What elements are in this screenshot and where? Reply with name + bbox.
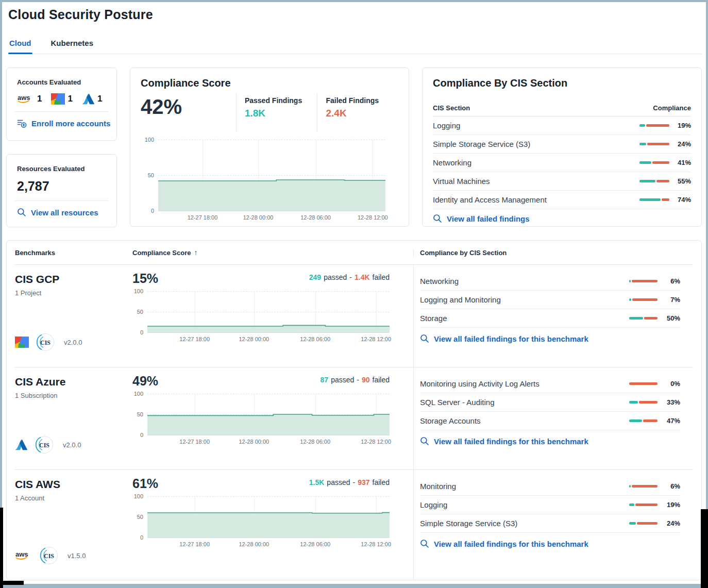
view-failed-findings-benchmark-link[interactable]: View all failed findings for this benchm… <box>420 334 680 343</box>
tab-kubernetes[interactable]: Kubernetes <box>50 36 95 54</box>
enroll-more-accounts-link[interactable]: Enroll more accounts <box>17 119 106 128</box>
benchmark-score: 49% <box>132 374 158 389</box>
screen-artifact-right <box>701 509 708 588</box>
svg-text:CIS: CIS <box>44 552 54 560</box>
section-label: Logging and Monitoring <box>420 295 629 304</box>
app-page: Cloud Security Posture Cloud Kubernetes … <box>0 0 708 580</box>
passed-count: 249 <box>309 273 321 281</box>
gcp-icon <box>15 337 29 348</box>
compliance-bar <box>639 180 669 182</box>
compliance-pct: 47% <box>658 417 680 425</box>
benchmark-scope: 1 Account <box>15 494 132 502</box>
section-label: Networking <box>420 277 629 285</box>
benchmark-scope: 1 Subscription <box>15 392 132 399</box>
cis-row-iam[interactable]: Identity and Access Management 74% <box>433 191 691 209</box>
benchmark-section-row: Monitoring using Activity Log Alerts 0% <box>420 375 680 393</box>
compliance-score-card: Compliance Score 42% Passed Findings 1.8… <box>130 68 409 227</box>
search-icon <box>420 334 429 343</box>
section-label: Monitoring <box>420 482 629 491</box>
col-cis-section: CIS Section <box>433 104 470 112</box>
search-icon <box>17 208 26 217</box>
benchmark-section-row: Logging and Monitoring 7% <box>420 291 680 309</box>
compliance-bar <box>629 419 658 422</box>
benchmark-score-chart: 10050012-27 18:0012-28 00:0012-28 06:001… <box>132 496 413 537</box>
azure-count: 1 <box>97 94 102 104</box>
benchmark-score: 61% <box>132 476 158 491</box>
compliance-bar <box>639 161 669 164</box>
azure-account-count: 1 <box>82 93 102 105</box>
col-benchmarks: Benchmarks <box>15 249 132 257</box>
col-compliance-score-sort[interactable]: Compliance Score ↑ <box>132 248 413 257</box>
benchmark-score-chart: 10050012-27 18:0012-28 00:0012-28 06:001… <box>132 394 413 435</box>
screen-artifact-left <box>0 508 3 588</box>
azure-icon <box>82 93 95 105</box>
compliance-bar <box>639 198 669 201</box>
passed-failed-summary: 1.5K passed - 937 failed <box>309 478 390 486</box>
passed-findings-value: 1.8K <box>245 108 317 119</box>
compliance-pct: 19% <box>658 501 680 509</box>
cis-logo-icon: CIS <box>40 546 58 565</box>
section-label: Simple Storage Service (S3) <box>433 140 639 148</box>
tab-bar: Cloud Kubernetes <box>8 36 702 54</box>
benchmark-version: v2.0.0 <box>64 339 82 346</box>
gcp-count: 1 <box>68 94 72 104</box>
benchmark-section-row: Simple Storage Service (S3) 24% <box>420 514 680 533</box>
sort-ascending-icon: ↑ <box>194 248 197 257</box>
benchmarks-table-header: Benchmarks Compliance Score ↑ Compliance… <box>15 241 693 265</box>
cis-logo-icon: CIS <box>35 435 54 454</box>
passed-count: 87 <box>321 376 329 384</box>
col-compliance-score-label: Compliance Score <box>132 249 191 257</box>
benchmark-row-cis-aws[interactable]: CIS AWS 1 Account aws CIS v1.5.0 61% 1.5… <box>15 470 693 580</box>
aws-icon: aws <box>15 550 32 561</box>
compliance-pct: 50% <box>658 314 680 322</box>
compliance-bar <box>629 317 658 320</box>
compliance-by-cis-section-card: Compliance By CIS Section CIS Section Co… <box>422 68 702 227</box>
passed-findings-label: Passed Findings <box>245 96 317 105</box>
section-label: Virtual Machines <box>433 177 639 186</box>
summary-cards: Accounts Evaluated aws 1 1 1 <box>6 68 702 227</box>
compliance-pct: 74% <box>669 196 691 204</box>
resources-count: 2,787 <box>17 179 106 194</box>
benchmark-scope: 1 Project <box>15 289 132 297</box>
resources-evaluated-title: Resources Evaluated <box>17 165 106 173</box>
passed-findings-metric: Passed Findings 1.8K <box>236 93 317 132</box>
tab-cloud[interactable]: Cloud <box>8 36 32 54</box>
enroll-icon <box>17 119 27 128</box>
benchmark-row-cis-gcp[interactable]: CIS GCP 1 Project CIS v2.0.0 15% 249 pas… <box>15 265 693 367</box>
divider <box>15 111 108 112</box>
search-icon <box>420 436 429 446</box>
benchmark-section-row: Storage 50% <box>420 309 680 328</box>
cis-row-virtual-machines[interactable]: Virtual Machines 55% <box>433 172 691 191</box>
overall-score-value: 42% <box>141 93 236 132</box>
view-all-failed-findings-link[interactable]: View all failed findings <box>433 214 691 223</box>
benchmark-section-row: SQL Server - Auditing 33% <box>420 393 680 412</box>
cis-row-s3[interactable]: Simple Storage Service (S3) 24% <box>433 135 691 154</box>
compliance-pct: 6% <box>658 277 680 285</box>
search-icon <box>420 539 429 548</box>
passed-count: 1.5K <box>309 478 325 486</box>
svg-text:aws: aws <box>18 94 30 102</box>
compliance-bar <box>629 298 658 301</box>
benchmark-version: v1.5.0 <box>68 552 86 560</box>
accounts-evaluated-title: Accounts Evaluated <box>17 78 106 86</box>
search-icon <box>433 214 442 223</box>
cis-row-logging[interactable]: Logging 19% <box>433 116 691 135</box>
benchmark-row-cis-azure[interactable]: CIS Azure 1 Subscription CIS v2.0.0 49% … <box>15 367 693 470</box>
overall-score-chart: 10050012-27 18:0012-28 00:0012-28 06:001… <box>141 140 398 211</box>
view-all-resources-link[interactable]: View all resources <box>17 208 106 217</box>
section-label: SQL Server - Auditing <box>420 398 629 407</box>
view-failed-findings-benchmark-link[interactable]: View all failed findings for this benchm… <box>420 539 680 548</box>
enroll-link-label: Enroll more accounts <box>31 119 110 128</box>
col-compliance: Compliance <box>653 104 691 112</box>
view-failed-findings-benchmark-link[interactable]: View all failed findings for this benchm… <box>420 436 680 446</box>
view-resources-label: View all resources <box>31 208 98 217</box>
section-label: Logging <box>433 121 639 130</box>
section-label: Storage <box>420 314 629 323</box>
provider-counts: aws 1 1 1 <box>17 93 106 105</box>
compliance-bar <box>629 503 658 506</box>
failed-findings-label: Failed Findings <box>326 96 398 105</box>
compliance-bar <box>629 522 658 525</box>
cis-row-networking[interactable]: Networking 41% <box>433 154 691 172</box>
benchmark-section-row: Storage Accounts 47% <box>420 412 680 430</box>
passed-failed-summary: 249 passed - 1.4K failed <box>309 273 390 281</box>
